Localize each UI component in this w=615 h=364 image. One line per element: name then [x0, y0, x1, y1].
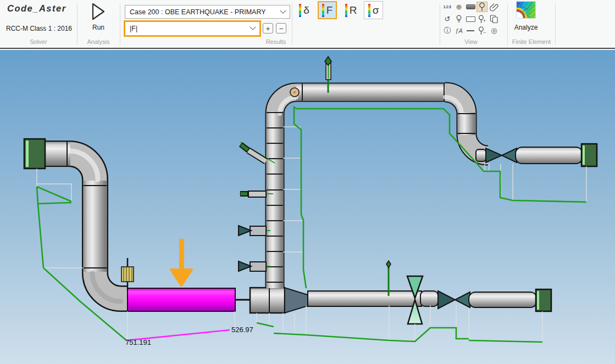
- analysis-group-label: Analysis: [77, 38, 120, 45]
- paste-icon[interactable]: [489, 14, 500, 24]
- separator: [292, 3, 292, 45]
- spring-hanger[interactable]: [121, 258, 134, 290]
- rainbow-scale-icon: [299, 4, 301, 17]
- application-window: Code_Aster RCC-M Class 1 : 2016 Solver R…: [0, 0, 615, 364]
- analyze-button[interactable]: Analyze: [512, 1, 540, 31]
- anchor-flange-left[interactable]: [24, 139, 45, 169]
- chevron-down-icon: [250, 24, 256, 30]
- node-marker[interactable]: [290, 88, 299, 97]
- run-button-label: Run: [92, 24, 104, 31]
- remove-result-button[interactable]: −: [276, 23, 286, 33]
- result-force-button[interactable]: F: [318, 1, 337, 19]
- value-label-max: 751.191: [125, 338, 151, 346]
- pipe-left-run[interactable]: [33, 142, 127, 301]
- outline-bar-icon[interactable]: [465, 14, 476, 24]
- numbers-icon[interactable]: 123: [442, 2, 453, 12]
- separator: [555, 3, 556, 45]
- results-group-label: Results: [248, 38, 303, 45]
- pipe-center-riser[interactable]: [267, 84, 446, 289]
- result-reaction-button[interactable]: R: [341, 1, 361, 19]
- small-valve-upper[interactable]: [239, 226, 270, 236]
- pipe-top-right-run[interactable]: [445, 92, 488, 161]
- add-result-button[interactable]: +: [263, 23, 273, 33]
- line-icon[interactable]: [465, 25, 476, 36]
- pointer-rotate-icon[interactable]: ↺: [442, 14, 453, 24]
- result-displacement-button[interactable]: δ: [295, 1, 314, 19]
- info-icon[interactable]: ⓘ: [442, 25, 453, 36]
- pipe-right-upper[interactable]: [516, 147, 583, 164]
- fea-mesh-icon: [516, 1, 536, 21]
- tee-reducer-junction[interactable]: [250, 288, 308, 313]
- ribbon-toolbar: Code_Aster RCC-M Class 1 : 2016 Solver R…: [0, 0, 615, 49]
- analyze-button-label: Analyze: [514, 24, 538, 31]
- case-selector-dropdown[interactable]: Case 200 : OBE EARTHQUAKE - PRIMARY: [125, 5, 290, 19]
- anchor-flange-top-right[interactable]: [581, 144, 597, 166]
- value-label-section: 526.97: [231, 326, 253, 334]
- separator: [440, 3, 440, 45]
- pipe-bottom-right[interactable]: [308, 291, 422, 306]
- rainbow-scale-icon: [345, 4, 347, 17]
- paperclip-icon[interactable]: [489, 2, 500, 12]
- viewport-3d[interactable]: 751.191 526.97: [0, 50, 615, 364]
- quantity-selector-value: |F|: [130, 25, 137, 32]
- pipe-right-lower[interactable]: [469, 292, 537, 307]
- separator: [120, 3, 120, 45]
- rainbow-scale-icon: [322, 4, 324, 17]
- concentric-icon[interactable]: ◎: [489, 25, 500, 36]
- piping-model-scene[interactable]: 751.191 526.97: [0, 50, 615, 364]
- highlighted-pipe-segment[interactable]: [128, 288, 235, 311]
- valve-top-right[interactable]: [486, 148, 517, 163]
- lamp-icon[interactable]: [453, 14, 464, 24]
- anchor-flange-bottom-right[interactable]: [536, 289, 551, 311]
- small-valve-lower[interactable]: [239, 261, 270, 271]
- filled-bar-icon[interactable]: [465, 2, 476, 12]
- finite-element-group-label: Finite Element: [507, 38, 556, 45]
- run-button[interactable]: Run: [86, 2, 111, 34]
- pin-icon[interactable]: [477, 2, 487, 12]
- pin-add-icon[interactable]: +: [477, 14, 487, 24]
- solver-group-label: Solver: [0, 38, 77, 45]
- case-selector-value: Case 200 : OBE EARTHQUAKE - PRIMARY: [130, 8, 266, 16]
- quantity-selector-dropdown[interactable]: |F|: [124, 20, 261, 37]
- solver-code-label: RCC-M Class 1 : 2016: [6, 25, 72, 32]
- pin-remove-icon[interactable]: −: [477, 25, 487, 36]
- chevron-down-icon: [280, 7, 286, 13]
- font-icon[interactable]: ƒA: [453, 25, 464, 36]
- selection-arrow: [171, 239, 192, 285]
- valve-bottom-right[interactable]: [438, 291, 470, 309]
- target-icon[interactable]: ⊕: [453, 2, 464, 12]
- play-icon: [91, 2, 106, 23]
- valve-body-cylinder[interactable]: [420, 291, 438, 306]
- rainbow-scale-icon: [368, 4, 370, 17]
- brand-logo: Code_Aster: [7, 3, 67, 14]
- view-group-label: View: [444, 38, 498, 45]
- result-stress-button[interactable]: σ: [364, 1, 383, 19]
